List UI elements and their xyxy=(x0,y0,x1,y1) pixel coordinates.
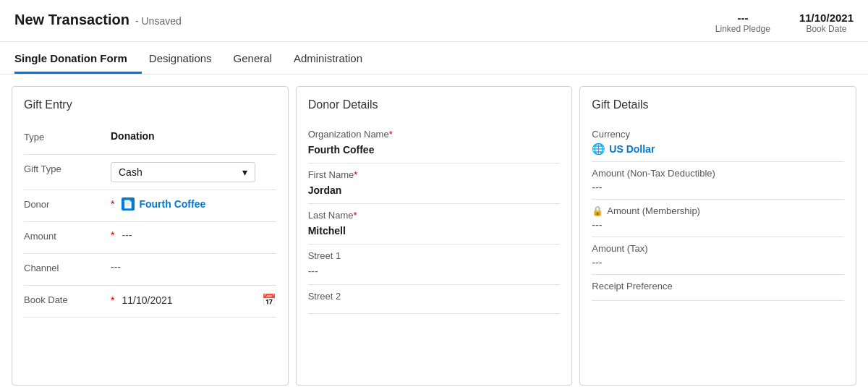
first-name-value: Jordan xyxy=(308,183,561,197)
street1-label: Street 1 xyxy=(308,250,561,261)
last-name-block: Last Name* Mitchell xyxy=(308,204,561,244)
page-header: New Transaction - Unsaved --- Linked Ple… xyxy=(0,0,868,42)
linked-pledge-label: Linked Pledge xyxy=(715,24,770,34)
amount-label: Amount xyxy=(24,229,111,242)
street2-label: Street 2 xyxy=(308,291,561,302)
donor-label: Donor xyxy=(24,197,111,210)
gift-type-select-wrapper[interactable]: Cash ▾ xyxy=(111,162,276,182)
tab-general[interactable]: General xyxy=(234,43,286,74)
tab-bar: Single Donation Form Designations Genera… xyxy=(0,43,868,75)
page-subtitle: - Unsaved xyxy=(135,15,182,27)
book-date-value: 11/10/2021 xyxy=(799,12,854,24)
book-date-field-value: 11/10/2021 xyxy=(122,294,172,306)
amount-membership-value: --- xyxy=(592,219,844,231)
street1-value: --- xyxy=(308,264,561,278)
lock-icon: 🔒 xyxy=(592,205,603,216)
amount-nontax-label: Amount (Non-Tax Deductible) xyxy=(592,168,844,179)
donor-details-panel: Donor Details Organization Name* Fourth … xyxy=(296,86,573,386)
book-date-field-row: Book Date * 11/10/2021 📅 xyxy=(24,286,276,318)
street2-value xyxy=(308,305,561,307)
amount-required-marker: * xyxy=(111,229,114,241)
last-name-value: Mitchell xyxy=(308,224,561,238)
amount-tax-block: Amount (Tax) --- xyxy=(592,237,844,275)
amount-value[interactable]: --- xyxy=(122,229,132,241)
main-content: Gift Entry Type Donation Gift Type Cash … xyxy=(0,75,868,386)
book-date-label: Book Date xyxy=(806,24,846,34)
gift-details-title: Gift Details xyxy=(592,98,844,111)
account-icon: 📄 xyxy=(122,197,135,210)
street2-block: Street 2 xyxy=(308,285,561,314)
channel-value[interactable]: --- xyxy=(111,261,276,273)
currency-block: Currency 🌐 US Dollar xyxy=(592,123,844,162)
page-title: New Transaction xyxy=(14,12,129,28)
tab-designations[interactable]: Designations xyxy=(149,43,226,74)
linked-pledge-meta: --- Linked Pledge xyxy=(715,12,770,34)
gift-details-panel: Gift Details Currency 🌐 US Dollar Amount… xyxy=(579,86,856,386)
header-meta-group: --- Linked Pledge 11/10/2021 Book Date xyxy=(715,12,854,34)
chevron-down-icon: ▾ xyxy=(242,166,247,178)
org-name-block: Organization Name* Fourth Coffee xyxy=(308,123,561,163)
amount-membership-label: 🔒 Amount (Membership) xyxy=(592,205,844,216)
org-name-label: Organization Name* xyxy=(308,129,561,140)
book-date-wrapper[interactable]: 11/10/2021 📅 xyxy=(122,293,276,307)
book-date-field-label: Book Date xyxy=(24,293,111,305)
amount-tax-value: --- xyxy=(592,257,844,268)
globe-icon: 🌐 xyxy=(592,143,605,156)
amount-field-row: Amount * --- xyxy=(24,222,276,254)
header-title-group: New Transaction - Unsaved xyxy=(14,12,182,28)
street1-block: Street 1 --- xyxy=(308,244,561,285)
donor-field-row: Donor * 📄 Fourth Coffee xyxy=(24,190,276,222)
currency-label: Currency xyxy=(592,129,844,140)
gift-type-selected-value: Cash xyxy=(119,166,142,178)
tab-administration[interactable]: Administration xyxy=(294,43,377,74)
type-field-row: Type Donation xyxy=(24,123,276,155)
type-label: Type xyxy=(24,130,111,143)
gift-entry-title: Gift Entry xyxy=(24,98,276,111)
donor-required-marker: * xyxy=(111,198,114,210)
donor-value[interactable]: 📄 Fourth Coffee xyxy=(122,197,205,210)
amount-tax-label: Amount (Tax) xyxy=(592,243,844,254)
gift-type-field-row: Gift Type Cash ▾ xyxy=(24,155,276,190)
book-date-meta: 11/10/2021 Book Date xyxy=(799,12,854,34)
gift-type-select[interactable]: Cash ▾ xyxy=(111,162,255,182)
type-value: Donation xyxy=(111,130,276,142)
first-name-label: First Name* xyxy=(308,169,561,180)
calendar-icon[interactable]: 📅 xyxy=(262,293,276,307)
book-date-required-marker: * xyxy=(111,294,114,306)
receipt-pref-label: Receipt Preference xyxy=(592,281,844,292)
currency-value[interactable]: 🌐 US Dollar xyxy=(592,143,844,156)
channel-label: Channel xyxy=(24,261,111,273)
amount-nontax-block: Amount (Non-Tax Deductible) --- xyxy=(592,162,844,200)
linked-pledge-value: --- xyxy=(737,12,748,24)
org-name-value: Fourth Coffee xyxy=(308,143,561,157)
first-name-block: First Name* Jordan xyxy=(308,163,561,204)
amount-nontax-value: --- xyxy=(592,182,844,193)
receipt-pref-block: Receipt Preference xyxy=(592,275,844,301)
donor-details-title: Donor Details xyxy=(308,98,561,111)
last-name-label: Last Name* xyxy=(308,210,561,221)
gift-entry-panel: Gift Entry Type Donation Gift Type Cash … xyxy=(12,86,289,386)
tab-single-donation-form[interactable]: Single Donation Form xyxy=(14,43,142,74)
gift-type-label: Gift Type xyxy=(24,162,111,174)
channel-field-row: Channel --- xyxy=(24,254,276,286)
amount-membership-block: 🔒 Amount (Membership) --- xyxy=(592,200,844,237)
